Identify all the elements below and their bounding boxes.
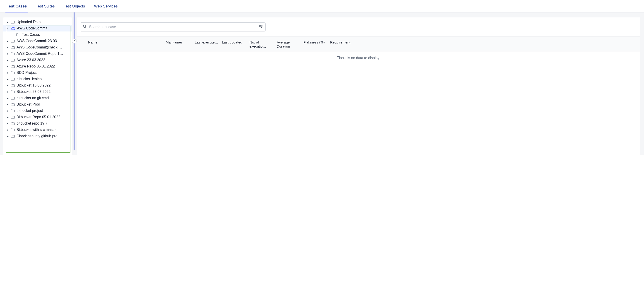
caret-right-icon: ▸ [7, 122, 9, 125]
search-input[interactable] [89, 25, 256, 29]
tree-item-label: AWS CodeCommit Repo 1… [16, 52, 63, 56]
collapse-sidebar-button[interactable] [72, 39, 76, 44]
col-last-execute[interactable]: Last execute… [195, 40, 220, 48]
tree-item-label: Uploaded Data [16, 20, 41, 24]
caret-right-icon: ▸ [7, 128, 9, 131]
caret-right-icon: ▸ [7, 135, 9, 138]
col-no-executions[interactable]: No. of executio… [250, 40, 275, 48]
tree-item-label: AWS CodeCommit 23.03.… [16, 39, 62, 43]
tab-test-cases[interactable]: Test Cases [6, 0, 28, 12]
tree-item[interactable]: ▸Azure Repo 05.01.2022 [3, 63, 72, 70]
resize-divider[interactable] [74, 12, 74, 150]
caret-right-icon: ▸ [7, 46, 9, 49]
caret-right-icon: ▸ [7, 84, 9, 87]
tree-item-label: AWS CodeCommit(check … [16, 45, 62, 49]
caret-right-icon: ▸ [7, 59, 9, 62]
tree-item-label: bitbucket project [16, 109, 43, 113]
sidebar-panel: ▸ Uploaded Data ▾ AWS CodeCommit ▸ Test … [3, 18, 72, 155]
folder-tree-rest: ▸AWS CodeCommit 23.03.…▸AWS CodeCommit(c… [3, 38, 72, 139]
chevron-left-icon [73, 40, 76, 42]
content-area: ▸ Uploaded Data ▾ AWS CodeCommit ▸ Test … [0, 12, 644, 155]
caret-down-icon: ▾ [7, 27, 9, 30]
col-last-updated[interactable]: Last updated [222, 40, 248, 48]
caret-right-icon: ▸ [7, 71, 9, 74]
search-icon [83, 25, 87, 29]
folder-icon [11, 65, 15, 68]
tree-item[interactable]: ▸Bitbucket Repo 05.01.2022 [3, 114, 72, 120]
svg-point-0 [83, 25, 86, 28]
svg-point-5 [260, 26, 260, 27]
folder-icon [11, 71, 15, 74]
folder-icon [11, 40, 15, 42]
search-box [80, 22, 266, 32]
tree-item-label: bitbucket no git cmd [16, 96, 49, 100]
tree-item[interactable]: ▸Bitbucket with src master [3, 126, 72, 133]
tree-item[interactable]: ▸bitbucket repo 19.7 [3, 120, 72, 126]
tree-item[interactable]: ▸AWS CodeCommit 23.03.… [3, 38, 72, 44]
tree-item[interactable]: ▸Bitbucket 23.03.2022 [3, 88, 72, 95]
folder-icon [11, 90, 15, 93]
folder-icon [11, 134, 15, 138]
tree-item-label: bitbucket repo 19.7 [16, 122, 47, 126]
caret-right-icon: ▸ [7, 78, 9, 81]
folder-icon [11, 116, 15, 119]
tree-item-label: BDD-Project [16, 71, 37, 75]
tree-item-label: Azure 23.03.2022 [16, 58, 45, 62]
caret-right-icon: ▸ [7, 40, 9, 42]
tree-item-label: Bitbucket 16.03.2022 [16, 83, 50, 88]
folder-icon [11, 96, 15, 100]
folder-open-icon [11, 27, 15, 30]
folder-icon [11, 109, 15, 112]
search-wrap [77, 22, 640, 33]
tree-item[interactable]: ▸bibucket_leoleo [3, 76, 72, 82]
tabs-bar: Test Cases Test Suites Test Objects Web … [0, 0, 644, 12]
tree-item[interactable]: ▸bitbucket no git cmd [3, 95, 72, 101]
tree-item[interactable]: ▸Bitbucket Prod [3, 101, 72, 108]
folder-icon [11, 128, 15, 131]
filter-icon[interactable] [259, 25, 263, 29]
caret-right-icon: ▸ [7, 52, 9, 55]
tree-item-label: Bitbucket 23.03.2022 [16, 90, 50, 94]
folder-icon [11, 46, 15, 49]
tree-item-label: Azure Repo 05.01.2022 [16, 64, 55, 68]
folder-icon [11, 84, 15, 87]
caret-right-icon: ▸ [7, 90, 9, 93]
col-avg-duration[interactable]: Average Duration [277, 40, 302, 48]
main-panel: Name Maintainer Last execute… Last updat… [77, 18, 640, 155]
col-flakiness[interactable]: Flakiness (%) [304, 40, 328, 48]
folder-tree: ▸ Uploaded Data ▾ AWS CodeCommit ▸ Test … [3, 19, 72, 38]
tree-item[interactable]: ▸bitbucket project [3, 108, 72, 114]
col-name[interactable]: Name [88, 40, 164, 48]
caret-right-icon: ▸ [12, 33, 14, 36]
caret-right-icon: ▸ [7, 65, 9, 68]
tree-item-aws-codecommit[interactable]: ▾ AWS CodeCommit [3, 25, 72, 32]
tree-item[interactable]: ▸Check security github pro… [3, 133, 72, 139]
tree-item[interactable]: ▸AWS CodeCommit Repo 1… [3, 50, 72, 57]
folder-icon [11, 122, 15, 125]
tree-item-label: AWS CodeCommit [17, 26, 47, 30]
tree-item[interactable]: ▸Azure 23.03.2022 [3, 57, 72, 63]
folder-icon [11, 52, 15, 55]
folder-icon [16, 33, 20, 36]
folder-icon [11, 78, 15, 81]
caret-right-icon: ▸ [7, 116, 9, 119]
tree-item[interactable]: ▸BDD-Project [3, 70, 72, 76]
tab-web-services[interactable]: Web Services [92, 0, 119, 12]
tree-item-test-cases-child[interactable]: ▸ Test Cases [3, 32, 72, 38]
svg-line-1 [85, 27, 86, 28]
folder-icon [11, 103, 15, 106]
tree-item-uploaded-data[interactable]: ▸ Uploaded Data [3, 19, 72, 25]
tab-test-objects[interactable]: Test Objects [62, 0, 86, 12]
empty-state-message: There is no data to display. [77, 52, 640, 64]
caret-right-icon: ▸ [7, 103, 9, 106]
tree-item[interactable]: ▸Bitbucket 16.03.2022 [3, 82, 72, 88]
table-header: Name Maintainer Last execute… Last updat… [77, 36, 640, 52]
tree-item-label: bibucket_leoleo [16, 77, 42, 81]
svg-point-3 [261, 25, 262, 26]
col-requirements[interactable]: Requirements [330, 40, 350, 48]
svg-point-7 [261, 28, 262, 28]
col-maintainer[interactable]: Maintainer [166, 40, 193, 48]
tree-item-label: Test Cases [22, 32, 40, 37]
tab-test-suites[interactable]: Test Suites [35, 0, 56, 12]
tree-item[interactable]: ▸AWS CodeCommit(check … [3, 44, 72, 50]
